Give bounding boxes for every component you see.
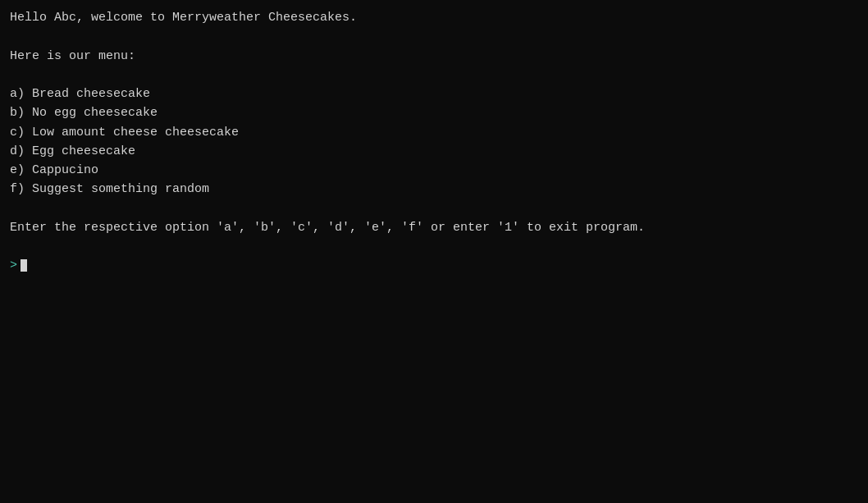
blank-3 <box>10 199 858 218</box>
blank-4 <box>10 237 858 256</box>
menu-item-b: b) No egg cheesecake <box>10 103 858 122</box>
menu-item-c: c) Low amount cheese cheesecake <box>10 123 858 142</box>
prompt-instruction-line: Enter the respective option 'a', 'b', 'c… <box>10 218 858 237</box>
input-prompt-line[interactable]: > <box>10 256 858 275</box>
blank-1 <box>10 27 858 46</box>
menu-item-a: a) Bread cheesecake <box>10 85 858 103</box>
blank-2 <box>10 66 858 85</box>
cursor-blink <box>21 259 27 272</box>
greeting-line: Hello Abc, welcome to Merryweather Chees… <box>10 8 858 27</box>
menu-item-f: f) Suggest something random <box>10 180 858 199</box>
terminal-window[interactable]: Hello Abc, welcome to Merryweather Chees… <box>0 0 868 503</box>
prompt-char: > <box>10 256 17 275</box>
menu-header-line: Here is our menu: <box>10 47 858 66</box>
menu-item-d: d) Egg cheesecake <box>10 142 858 161</box>
menu-item-e: e) Cappucino <box>10 161 858 180</box>
